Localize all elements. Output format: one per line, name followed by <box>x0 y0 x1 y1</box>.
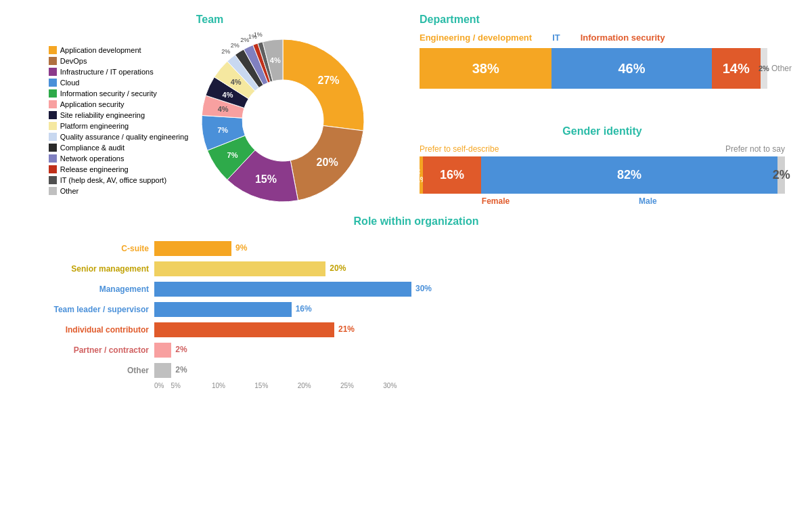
dept-label-top: Information security <box>581 33 665 43</box>
legend-item: Compliance & audit <box>49 144 189 152</box>
role-label: Partner / contractor <box>41 345 149 355</box>
dept-label-top: IT <box>552 33 560 43</box>
x-tick: 10% <box>197 382 240 389</box>
svg-text:7%: 7% <box>227 151 238 159</box>
gender-top-labels: Prefer to self-describePrefer not to say <box>420 144 785 154</box>
legend-color <box>49 46 57 54</box>
legend-label: Cloud <box>60 79 80 87</box>
gender-content: Prefer to self-describePrefer not to say… <box>420 144 785 209</box>
svg-text:1%: 1% <box>254 33 263 38</box>
svg-text:2%: 2% <box>231 42 240 49</box>
legend-label: Network operations <box>60 154 125 163</box>
dept-segment: 46% <box>551 48 711 89</box>
role-pct: 30% <box>415 284 432 293</box>
role-label: C-suite <box>41 244 149 253</box>
role-pct: 21% <box>338 324 355 334</box>
legend-item: Network operations <box>49 154 189 163</box>
dept-segment: 14% <box>712 48 761 89</box>
role-section: Role within organization C-suite9%Senior… <box>20 215 792 498</box>
legend-item: IT (help desk, AV, office support) <box>49 176 189 184</box>
role-pct: 16% <box>296 304 312 314</box>
dept-labels-top: Engineering / developmentITInformation s… <box>420 33 792 43</box>
role-bar <box>154 241 231 256</box>
legend-label: Other <box>60 187 79 195</box>
legend-item: Information security / security <box>49 89 189 98</box>
role-bar <box>154 282 411 297</box>
role-label: Senior management <box>41 264 149 274</box>
legend-label: Application security <box>60 100 125 108</box>
dept-bar: 38%46%14%2% <box>420 48 767 89</box>
legend-label: Infrastructure / IT operations <box>60 68 154 76</box>
role-label: Individual contributor <box>41 325 149 335</box>
gender-bottom-labels: FemaleMale <box>420 196 785 209</box>
role-label: Management <box>41 284 149 294</box>
legend-color <box>49 89 57 98</box>
role-bar <box>154 261 325 276</box>
legend-color <box>49 57 57 65</box>
legend-item: Quality assurance / quality engineering <box>49 133 189 141</box>
gender-bar: < 1%16%82%2% <box>420 156 785 194</box>
role-title: Role within organization <box>41 215 792 228</box>
role-bar-wrap: 2% <box>154 363 792 378</box>
role-pct: 20% <box>330 263 346 273</box>
role-bar <box>154 363 171 378</box>
x-tick: 15% <box>240 382 283 389</box>
legend-label: Quality assurance / quality engineering <box>60 133 189 141</box>
role-bar-wrap: 21% <box>154 322 792 337</box>
gender-bottom-label: Male <box>639 196 657 206</box>
role-pct: 2% <box>175 365 187 375</box>
legend-color <box>49 187 57 195</box>
x-axis: 0%5%10%15%20%25%30% <box>154 382 792 389</box>
legend-item: DevOps <box>49 57 189 65</box>
role-pct: 2% <box>175 345 187 354</box>
gender-bottom-label: Female <box>482 196 510 206</box>
legend-label: Platform engineering <box>60 122 129 130</box>
x-tick: 25% <box>325 382 368 389</box>
legend-label: Release engineering <box>60 165 129 173</box>
team-section: Team Application developmentDevOpsInfras… <box>20 14 399 209</box>
department-section: Department Engineering / developmentITIn… <box>413 14 792 105</box>
gender-title: Gender identity <box>413 125 792 137</box>
role-row: Team leader / supervisor16% <box>41 302 792 317</box>
dept-label-top: Engineering / development <box>420 33 532 43</box>
legend-item: Other <box>49 187 189 195</box>
svg-text:7%: 7% <box>217 126 228 134</box>
team-content: Application developmentDevOpsInfrastruct… <box>49 33 371 209</box>
legend-color <box>49 68 57 76</box>
role-row: C-suite9% <box>41 241 792 256</box>
legend-item: Platform engineering <box>49 122 189 130</box>
svg-text:15%: 15% <box>255 173 277 185</box>
legend-item: Infrastructure / IT operations <box>49 68 189 76</box>
right-section: Department Engineering / developmentITIn… <box>413 14 792 209</box>
role-bar-wrap: 2% <box>154 343 792 358</box>
legend-color <box>49 176 57 184</box>
svg-text:20%: 20% <box>317 156 338 168</box>
legend-color <box>49 100 57 108</box>
top-row: Team Application developmentDevOpsInfras… <box>20 14 792 209</box>
legend-label: IT (help desk, AV, office support) <box>60 176 166 184</box>
donut-center <box>246 83 320 158</box>
legend-color <box>49 79 57 87</box>
role-pct: 9% <box>235 243 247 253</box>
role-row: Other2% <box>41 363 792 378</box>
role-label: Team leader / supervisor <box>41 305 149 314</box>
legend-color <box>49 111 57 119</box>
legend-label: Site reliability engineering <box>60 111 145 119</box>
svg-text:27%: 27% <box>318 74 340 86</box>
legend-item: Cloud <box>49 79 189 87</box>
legend-color <box>49 144 57 152</box>
gender-top-label: Prefer to self-describe <box>420 144 499 154</box>
role-row: Partner / contractor2% <box>41 343 792 358</box>
role-row: Individual contributor21% <box>41 322 792 337</box>
role-chart: C-suite9%Senior management20%Management3… <box>41 241 792 378</box>
svg-text:4%: 4% <box>270 56 281 64</box>
page: Team Application developmentDevOpsInfras… <box>0 0 812 512</box>
legend-label: Compliance & audit <box>60 144 125 152</box>
role-bar-wrap: 16% <box>154 302 792 317</box>
team-legend: Application developmentDevOpsInfrastruct… <box>49 46 189 195</box>
dept-segment: 2% <box>761 48 767 89</box>
gender-segment: 16% <box>423 156 481 194</box>
legend-label: Application development <box>60 46 141 54</box>
donut-chart: 27%20%15%7%7%4%4%4%4%2%2%2%1%1% <box>195 33 371 209</box>
x-tick: 30% <box>369 382 411 389</box>
